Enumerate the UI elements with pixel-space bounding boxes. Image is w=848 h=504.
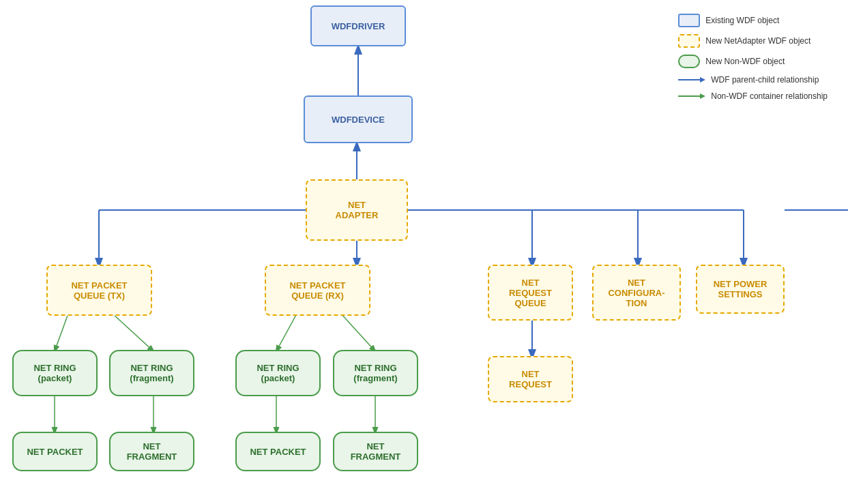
net-ring-tx-packet-label: NET RING (packet) <box>33 363 76 383</box>
wdfdevice-node: WDFDEVICE <box>304 95 413 143</box>
legend: Existing WDF object New NetAdapter WDF o… <box>678 14 828 108</box>
legend-wdf-arrow-icon <box>678 75 705 85</box>
wdfdevice-label: WDFDEVICE <box>332 115 385 125</box>
net-ring-rx-packet-label: NET RING (packet) <box>257 363 299 383</box>
net-request-node: NET REQUEST <box>488 356 573 402</box>
net-pq-rx-label: NET PACKET QUEUE (RX) <box>289 280 345 301</box>
net-adapter-label: NET ADAPTER <box>336 200 379 220</box>
legend-wdf-icon <box>678 14 700 27</box>
legend-netadapter: New NetAdapter WDF object <box>678 34 828 48</box>
net-ring-rx-fragment-label: NET RING (fragment) <box>353 363 397 383</box>
net-request-label: NET REQUEST <box>509 369 552 389</box>
net-rq-node: NET REQUEST QUEUE <box>488 265 573 321</box>
net-fragment-tx-label: NET FRAGMENT <box>127 441 177 462</box>
net-power-label: NET POWER SETTINGS <box>714 279 767 299</box>
legend-nonwdf: New Non-WDF object <box>678 55 828 68</box>
net-fragment-rx-node: NET FRAGMENT <box>333 432 418 471</box>
svg-line-12 <box>113 314 153 351</box>
net-ring-tx-packet-node: NET RING (packet) <box>12 350 98 396</box>
net-packet-rx-node: NET PACKET <box>235 432 321 471</box>
net-packet-tx-label: NET PACKET <box>27 447 83 457</box>
svg-line-11 <box>55 314 68 351</box>
diagram-container: WDFDRIVER WDFDEVICE NET ADAPTER NET PACK… <box>0 0 848 504</box>
legend-arrow-nonwdf: Non-WDF container relationship <box>678 91 828 101</box>
svg-marker-22 <box>700 77 705 83</box>
legend-arrow-wdf-label: WDF parent-child relationship <box>711 75 819 85</box>
net-power-node: NET POWER SETTINGS <box>696 265 785 314</box>
net-config-node: NET CONFIGURA- TION <box>592 265 681 321</box>
net-ring-tx-fragment-label: NET RING (fragment) <box>130 363 173 383</box>
net-pq-tx-node: NET PACKET QUEUE (TX) <box>46 265 152 316</box>
legend-nonwdf-label: New Non-WDF object <box>705 57 785 66</box>
net-ring-rx-fragment-node: NET RING (fragment) <box>333 350 418 396</box>
legend-wdf: Existing WDF object <box>678 14 828 27</box>
legend-nonwdf-icon <box>678 55 700 68</box>
net-fragment-tx-node: NET FRAGMENT <box>109 432 194 471</box>
net-packet-tx-node: NET PACKET <box>12 432 98 471</box>
net-packet-rx-label: NET PACKET <box>250 447 306 457</box>
legend-arrow-nonwdf-label: Non-WDF container relationship <box>711 91 828 101</box>
net-ring-rx-packet-node: NET RING (packet) <box>235 350 321 396</box>
net-config-label: NET CONFIGURA- TION <box>608 278 664 308</box>
legend-wdf-label: Existing WDF object <box>705 16 779 25</box>
legend-netadapter-icon <box>678 34 700 48</box>
net-pq-tx-label: NET PACKET QUEUE (TX) <box>71 280 127 301</box>
svg-marker-24 <box>700 93 705 99</box>
net-ring-tx-fragment-node: NET RING (fragment) <box>109 350 194 396</box>
net-pq-rx-node: NET PACKET QUEUE (RX) <box>265 265 370 316</box>
net-adapter-node: NET ADAPTER <box>306 179 408 241</box>
wdfdriver-label: WDFDRIVER <box>332 21 385 31</box>
legend-arrow-wdf: WDF parent-child relationship <box>678 75 828 85</box>
svg-line-13 <box>276 314 297 351</box>
net-fragment-rx-label: NET FRAGMENT <box>351 441 401 462</box>
net-rq-label: NET REQUEST QUEUE <box>509 278 552 308</box>
wdfdriver-node: WDFDRIVER <box>310 5 406 46</box>
svg-line-14 <box>341 314 375 351</box>
legend-netadapter-label: New NetAdapter WDF object <box>705 36 810 46</box>
legend-nonwdf-arrow-icon <box>678 91 705 101</box>
